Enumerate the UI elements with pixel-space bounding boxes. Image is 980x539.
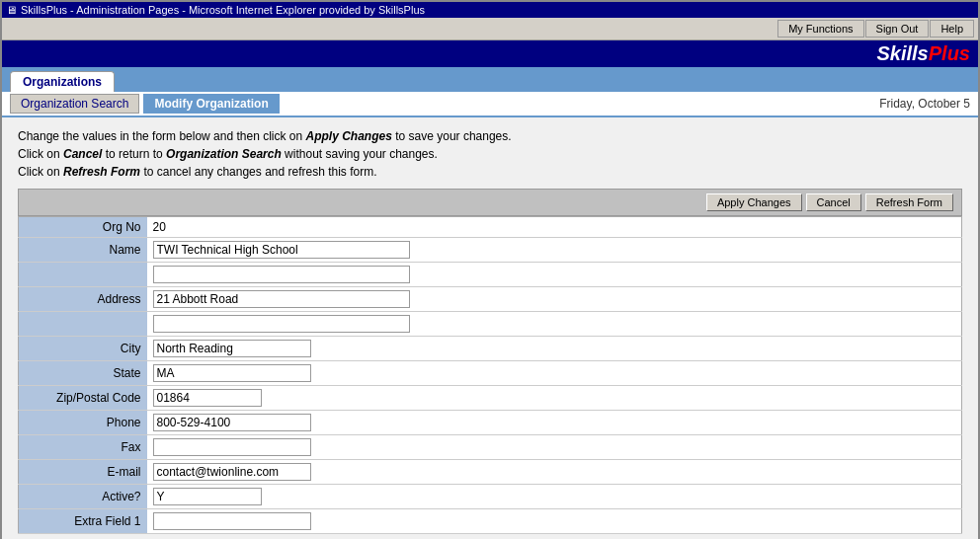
table-row (19, 263, 962, 287)
value-address-extra (147, 312, 962, 337)
table-row: Org No 20 (19, 217, 962, 238)
name-extra-input[interactable] (153, 266, 410, 283)
label-org-no: Org No (19, 217, 147, 238)
zip-input[interactable] (153, 389, 262, 407)
value-state (147, 361, 962, 386)
titlebar: 🖥 SkillsPlus - Administration Pages - Mi… (2, 2, 978, 18)
apply-changes-button[interactable]: Apply Changes (706, 193, 802, 211)
sign-out-button[interactable]: Sign Out (865, 20, 930, 38)
subtabs: Organization Search Modify Organization (10, 94, 280, 114)
value-name-extra (147, 263, 962, 287)
value-zip (147, 386, 962, 411)
logobar: SkillsPlus (2, 40, 978, 67)
table-row: Name (19, 238, 962, 263)
my-functions-button[interactable]: My Functions (777, 20, 863, 38)
table-row: E-mail (19, 460, 962, 485)
help-button[interactable]: Help (930, 20, 974, 38)
button-bar: Apply Changes Cancel Refresh Form (18, 189, 962, 216)
email-input[interactable] (153, 463, 311, 481)
label-address: Address (19, 287, 147, 312)
name-input[interactable] (153, 241, 410, 259)
value-active (147, 485, 962, 509)
label-state: State (19, 361, 147, 386)
label-zip: Zip/Postal Code (19, 386, 147, 411)
tabbar: Organizations (2, 67, 978, 92)
label-name: Name (19, 238, 147, 263)
value-email (147, 460, 962, 485)
instruction-2: Click on Cancel to return to Organizatio… (18, 147, 962, 161)
active-input[interactable] (153, 488, 262, 505)
subtab-org-search[interactable]: Organization Search (10, 94, 139, 114)
topnav: My Functions Sign Out Help (2, 18, 978, 40)
label-fax: Fax (19, 435, 147, 460)
extra-field-1-input[interactable] (153, 512, 311, 530)
phone-input[interactable] (153, 414, 311, 431)
instruction-1: Change the values in the form below and … (18, 129, 962, 143)
cancel-button[interactable]: Cancel (806, 193, 861, 211)
value-address (147, 287, 962, 312)
value-phone (147, 411, 962, 435)
table-row: Extra Field 1 (19, 509, 962, 534)
value-extra-field-1 (147, 509, 962, 534)
table-row: Active? (19, 485, 962, 509)
datestamp: Friday, October 5 (879, 97, 970, 111)
subtab-modify-org[interactable]: Modify Organization (143, 94, 279, 114)
subtabbar: Organization Search Modify Organization … (2, 92, 978, 117)
logo: SkillsPlus (876, 42, 970, 64)
value-fax (147, 435, 962, 460)
instruction-3: Click on Refresh Form to cancel any chan… (18, 165, 962, 179)
organizations-tab[interactable]: Organizations (10, 71, 115, 92)
label-extra-field-1: Extra Field 1 (19, 509, 147, 534)
label-address-extra (19, 312, 147, 337)
label-active: Active? (19, 485, 147, 509)
titlebar-icon: 🖥 (6, 4, 17, 16)
label-phone: Phone (19, 411, 147, 435)
value-name (147, 238, 962, 263)
value-org-no: 20 (147, 217, 962, 238)
topnav-buttons: My Functions Sign Out Help (777, 20, 974, 38)
label-name-extra (19, 263, 147, 287)
titlebar-text: SkillsPlus - Administration Pages - Micr… (21, 4, 425, 16)
label-email: E-mail (19, 460, 147, 485)
org-no-text: 20 (153, 220, 166, 234)
state-input[interactable] (153, 364, 311, 382)
city-input[interactable] (153, 340, 311, 357)
address-input[interactable] (153, 290, 410, 308)
table-row: Address (19, 287, 962, 312)
table-row: City (19, 337, 962, 361)
table-row: Phone (19, 411, 962, 435)
form-table: Org No 20 Name (18, 216, 962, 534)
table-row: Zip/Postal Code (19, 386, 962, 411)
table-row (19, 312, 962, 337)
refresh-form-button[interactable]: Refresh Form (865, 193, 953, 211)
label-city: City (19, 337, 147, 361)
fax-input[interactable] (153, 438, 311, 456)
table-row: State (19, 361, 962, 386)
value-city (147, 337, 962, 361)
table-row: Fax (19, 435, 962, 460)
address-extra-input[interactable] (153, 315, 410, 333)
main-content: Change the values in the form below and … (2, 117, 978, 539)
